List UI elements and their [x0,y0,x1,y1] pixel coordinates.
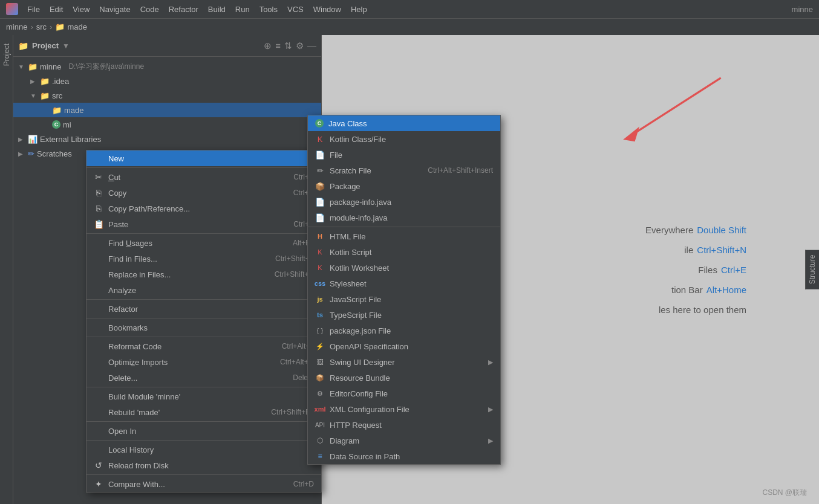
cm-copy-path[interactable]: ⎘ Copy Path/Reference... [86,201,321,216]
sm-diagram[interactable]: ⬡ Diagram ▶ [308,433,500,448]
cm-reformat[interactable]: Reformat Code Ctrl+Alt+L [86,338,321,354]
toolbar-collapse-icon[interactable]: ⇅ [284,40,292,51]
cm-cut[interactable]: ✂ Cut Ctrl+X [86,169,321,185]
cm-find-in-files[interactable]: Find in Files... Ctrl+Shift+F [86,251,321,267]
sm-js[interactable]: js JavaScript File [308,291,500,307]
cm-copy-path-label: Copy Path/Reference... [108,204,314,213]
cm-local-history[interactable]: Local History ▶ [86,442,321,457]
cm-optimize[interactable]: Optimize Imports Ctrl+Alt+O [86,354,321,370]
menu-build[interactable]: Build [204,3,230,16]
sm-kotlin-script[interactable]: K Kotlin Script [308,244,500,260]
menu-tools[interactable]: Tools [255,3,282,16]
cm-analyze[interactable]: Analyze ▶ [86,282,321,298]
cm-paste[interactable]: 📋 Paste Ctrl+V [86,216,321,232]
cm-compare-with[interactable]: ✦ Compare With... Ctrl+D [86,476,321,492]
breadcrumb-minne[interactable]: minne [6,22,27,31]
xml-icon: xml [315,404,325,414]
sm-xml-config[interactable]: xml XML Configuration File ▶ [308,401,500,417]
open-in-icon [94,426,103,436]
tree-row-mi[interactable]: C mi [13,117,321,132]
tree-row-src[interactable]: ▼ 📁 src [13,88,321,103]
sm-module-info[interactable]: 📄 module-info.java [308,210,500,225]
cm-delete[interactable]: Delete... Delete [86,370,321,386]
sm-package-label: Package [330,182,493,191]
cm-new[interactable]: New ▶ [86,150,321,166]
sm-diagram-label: Diagram [330,436,483,445]
toolbar-close-icon[interactable]: — [307,40,316,51]
tree-row-minne[interactable]: ▼ 📁 minne D:\学习案例\java\minne [13,59,321,74]
cm-refactor-label: Refactor [108,305,304,314]
menu-file[interactable]: File [23,3,44,16]
cm-refactor[interactable]: Refactor ▶ [86,301,321,317]
sm-kotlin-script-label: Kotlin Script [330,248,493,257]
sm-package[interactable]: 📦 Package [308,178,500,194]
bookmarks-icon [94,323,103,332]
sm-file[interactable]: 📄 File [308,147,500,163]
sm-kotlin-class[interactable]: K Kotlin Class/File [308,131,500,147]
swing-arrow-icon: ▶ [488,358,493,366]
menu-vcs[interactable]: VCS [283,3,308,16]
shortcuts-overlay: Everywhere Double Shift ile Ctrl+Shift+N… [645,225,746,315]
tree-row-idea[interactable]: ▶ 📁 .idea [13,74,321,88]
structure-tab[interactable]: Structure [806,250,819,289]
sm-resource-bundle[interactable]: 📦 Resource Bundle [308,370,500,386]
sm-datasource-label: Data Source in Path [330,452,493,461]
find-files-icon [94,254,103,263]
cm-open-in[interactable]: Open In ▶ [86,423,321,439]
sm-datasource[interactable]: ≡ Data Source in Path [308,448,500,464]
sm-java-class[interactable]: C Java Class [308,115,500,131]
cm-rebuild[interactable]: Rebuild 'made' Ctrl+Shift+F9 [86,404,321,420]
tree-row-external[interactable]: ▶ 📊 External Libraries [13,132,321,146]
menu-window[interactable]: Window [309,3,345,16]
sm-swing[interactable]: 🖼 Swing UI Designer ▶ [308,354,500,370]
menu-run[interactable]: Run [231,3,254,16]
project-name-title: minne [792,5,813,14]
sm-stylesheet[interactable]: css Stylesheet [308,276,500,291]
menu-edit[interactable]: Edit [45,3,67,16]
sm-html[interactable]: H HTML File [308,228,500,244]
breadcrumb-src[interactable]: src [36,22,47,31]
cm-copy[interactable]: ⎘ Copy Ctrl+C [86,185,321,201]
shortcut-open-files: les here to open them [645,305,746,315]
paste-icon: 📋 [94,219,103,229]
cm-reformat-label: Reformat Code [108,342,277,351]
sm-package-json[interactable]: { } package.json File [308,323,500,338]
menu-refactor[interactable]: Refactor [165,3,203,16]
project-tab[interactable]: Project [1,40,13,69]
action-bar-key: Alt+Home [706,285,746,295]
http-icon: API [315,420,325,430]
sm-openapi[interactable]: ⚡ OpenAPI Specification [308,338,500,354]
cm-bookmarks[interactable]: Bookmarks ▶ [86,320,321,335]
breadcrumb-sep2: › [50,22,52,31]
resource-icon: 📦 [315,373,325,383]
tree-row-made[interactable]: 📁 made [13,103,321,117]
cm-reload[interactable]: ↺ Reload from Disk [86,457,321,473]
sm-ts[interactable]: ts TypeScript File [308,307,500,323]
cm-build-module[interactable]: Build Module 'minne' [86,389,321,404]
sm-kotlin-worksheet[interactable]: K Kotlin Worksheet [308,260,500,276]
diagram-icon: ⬡ [315,436,325,445]
menu-view[interactable]: View [68,3,94,16]
app-icon [6,3,18,15]
cm-compare-label: Compare With... [108,480,289,489]
sm-editorconfig[interactable]: ⚙ EditorConfig File [308,386,500,401]
menu-help[interactable]: Help [347,3,371,16]
toolbar-expand-icon[interactable]: ≡ [275,40,281,51]
cm-cut-label: Cut [108,173,289,182]
sm-resource-label: Resource Bundle [330,373,493,383]
sm-ts-label: TypeScript File [330,311,493,320]
sm-scratch-file[interactable]: ✏ Scratch File Ctrl+Alt+Shift+Insert [308,163,500,178]
js-icon: js [315,294,325,304]
xml-arrow-icon: ▶ [488,405,493,413]
sm-http[interactable]: API HTTP Request [308,417,500,433]
cm-replace-in-files[interactable]: Replace in Files... Ctrl+Shift+R [86,267,321,282]
menu-navigate[interactable]: Navigate [95,3,134,16]
toolbar-locate-icon[interactable]: ⊕ [264,40,272,51]
cm-find-usages[interactable]: Find Usages Alt+F7 [86,235,321,251]
sm-kotlin-class-label: Kotlin Class/File [330,135,493,144]
menu-code[interactable]: Code [136,3,163,16]
breadcrumb-made[interactable]: 📁 made [55,22,87,31]
cm-divider-9 [86,474,321,475]
toolbar-settings-icon[interactable]: ⚙ [296,40,304,51]
sm-package-info[interactable]: 📄 package-info.java [308,194,500,210]
